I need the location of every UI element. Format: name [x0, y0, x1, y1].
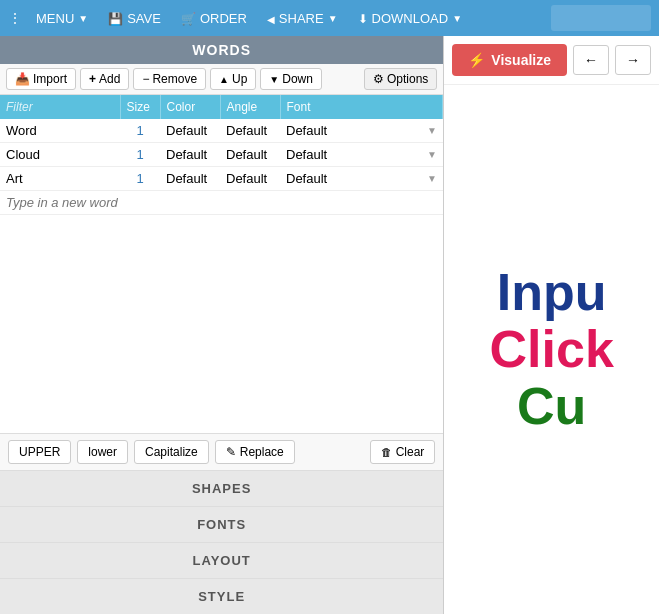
preview-word-2-text: Click	[490, 320, 614, 378]
undo-button[interactable]: ←	[573, 45, 609, 75]
download-button[interactable]: DOWNLOAD ▼	[350, 7, 470, 30]
size-value: 1	[136, 123, 143, 138]
new-word-cell[interactable]	[0, 191, 443, 215]
download-label: DOWNLOAD	[372, 11, 449, 26]
font-header-label: Font	[287, 100, 311, 114]
order-button[interactable]: ORDER	[173, 7, 255, 30]
layout-label: LAYOUT	[193, 553, 251, 568]
filter-input[interactable]	[6, 100, 114, 114]
size-cell[interactable]: 1	[120, 119, 160, 143]
new-word-row[interactable]	[0, 191, 443, 215]
clear-label: Clear	[396, 445, 425, 459]
font-column-header: Font	[280, 95, 443, 119]
share-button[interactable]: SHARE ▼	[259, 7, 346, 30]
word-cell[interactable]: Art	[0, 167, 120, 191]
remove-button[interactable]: Remove	[133, 68, 206, 90]
words-table: Size Color Angle Font	[0, 95, 443, 215]
preview-word-1: Inpu	[497, 264, 607, 321]
color-column-header: Color	[160, 95, 220, 119]
remove-label: Remove	[152, 72, 197, 86]
down-label: Down	[282, 72, 313, 86]
size-header-label: Size	[127, 100, 150, 114]
font-cell[interactable]: Default ▼	[280, 167, 443, 191]
capitalize-button[interactable]: Capitalize	[134, 440, 209, 464]
size-column-header: Size	[120, 95, 160, 119]
replace-label: Replace	[240, 445, 284, 459]
angle-cell[interactable]: Default	[220, 167, 280, 191]
dropdown-arrow-icon: ▼	[427, 125, 437, 136]
color-cell[interactable]: Default	[160, 143, 220, 167]
save-icon	[108, 11, 123, 26]
new-word-input[interactable]	[6, 195, 437, 210]
up-label: Up	[232, 72, 247, 86]
color-header-label: Color	[167, 100, 196, 114]
clear-button[interactable]: Clear	[370, 440, 436, 464]
angle-cell[interactable]: Default	[220, 143, 280, 167]
size-cell[interactable]: 1	[120, 143, 160, 167]
add-button[interactable]: Add	[80, 68, 129, 90]
color-value: Default	[166, 147, 207, 162]
words-table-body: Word 1 Default Default	[0, 119, 443, 215]
remove-icon	[142, 72, 149, 86]
share-icon	[267, 11, 275, 26]
menu-icon	[8, 10, 22, 26]
import-icon	[15, 72, 30, 86]
download-icon	[358, 11, 368, 26]
lower-button[interactable]: lower	[77, 440, 128, 464]
color-cell[interactable]: Default	[160, 167, 220, 191]
down-button[interactable]: Down	[260, 68, 322, 90]
capitalize-label: Capitalize	[145, 445, 198, 459]
words-title: WORDS	[192, 42, 251, 58]
import-button[interactable]: Import	[6, 68, 76, 90]
redo-button[interactable]: →	[615, 45, 651, 75]
visualize-label: Visualize	[491, 52, 551, 68]
angle-value: Default	[226, 123, 267, 138]
word-cell[interactable]: Cloud	[0, 143, 120, 167]
main-content: WORDS Import Add Remove Up Down	[0, 36, 659, 614]
cart-icon	[181, 11, 196, 26]
lower-label: lower	[88, 445, 117, 459]
fonts-label: FONTS	[197, 517, 246, 532]
angle-cell[interactable]: Default	[220, 119, 280, 143]
options-button[interactable]: Options	[364, 68, 437, 90]
replace-button[interactable]: Replace	[215, 440, 295, 464]
size-cell[interactable]: 1	[120, 167, 160, 191]
filter-column-header	[0, 95, 120, 119]
preview-word-1-text: Inpu	[497, 263, 607, 321]
word-value: Cloud	[6, 147, 40, 162]
shapes-section-button[interactable]: SHAPES	[0, 470, 443, 506]
font-cell[interactable]: Default ▼	[280, 119, 443, 143]
add-icon	[89, 72, 96, 86]
left-panel: WORDS Import Add Remove Up Down	[0, 36, 444, 614]
dropdown-arrow-icon: ▼	[427, 149, 437, 160]
words-toolbar: Import Add Remove Up Down Options	[0, 64, 443, 95]
upper-button[interactable]: UPPER	[8, 440, 71, 464]
table-row: Cloud 1 Default Default	[0, 143, 443, 167]
visualize-button[interactable]: Visualize	[452, 44, 567, 76]
layout-section-button[interactable]: LAYOUT	[0, 542, 443, 578]
top-navigation: MENU ▼ SAVE ORDER SHARE ▼ DOWNLOAD ▼	[0, 0, 659, 36]
save-button[interactable]: SAVE	[100, 7, 169, 30]
color-cell[interactable]: Default	[160, 119, 220, 143]
angle-header-label: Angle	[227, 100, 258, 114]
angle-value: Default	[226, 147, 267, 162]
word-value: Art	[6, 171, 23, 186]
word-value: Word	[6, 123, 37, 138]
download-chevron-icon: ▼	[452, 13, 462, 24]
up-button[interactable]: Up	[210, 68, 256, 90]
undo-icon: ←	[584, 52, 598, 68]
style-section-button[interactable]: STYLE	[0, 578, 443, 614]
add-label: Add	[99, 72, 120, 86]
table-row: Art 1 Default Default D	[0, 167, 443, 191]
case-buttons-bar: UPPER lower Capitalize Replace Clear	[0, 433, 443, 470]
visualize-icon	[468, 52, 485, 68]
shapes-label: SHAPES	[192, 481, 251, 496]
menu-button[interactable]: MENU ▼	[28, 7, 96, 30]
word-cell[interactable]: Word	[0, 119, 120, 143]
share-label: SHARE	[279, 11, 324, 26]
gear-icon	[373, 72, 384, 86]
fonts-section-button[interactable]: FONTS	[0, 506, 443, 542]
options-label: Options	[387, 72, 428, 86]
preview-word-3: Cu	[517, 378, 586, 435]
font-cell[interactable]: Default ▼	[280, 143, 443, 167]
